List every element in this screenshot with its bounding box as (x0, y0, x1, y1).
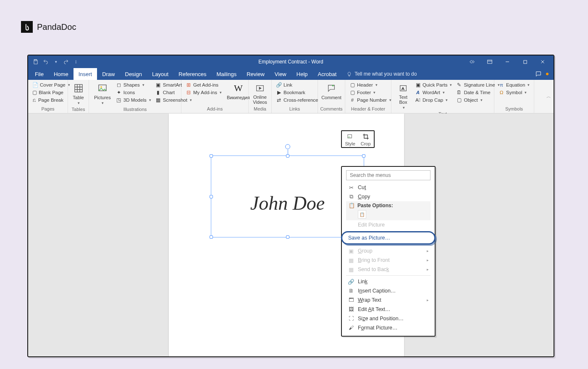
resize-handle[interactable] (286, 154, 289, 158)
ctx-size-position[interactable]: ⛶ Size and Position… (344, 314, 432, 323)
tab-design[interactable]: Design (120, 68, 147, 80)
footer-button[interactable]: ▢Footer▾ (349, 89, 392, 96)
resize-handle[interactable] (286, 235, 289, 239)
wikipedia-button[interactable]: W Википедия (225, 82, 252, 101)
symbol-button[interactable]: ΩSymbol▾ (498, 89, 530, 96)
tell-me-search[interactable]: Tell me what you want to do (346, 68, 417, 80)
menu-search-input[interactable]: Search the menus (346, 170, 430, 180)
get-addins-button[interactable]: ⊞Get Add-ins (185, 82, 223, 88)
cross-reference-button[interactable]: ⇄Cross-reference (275, 97, 319, 103)
comment-button[interactable]: Comment (320, 82, 343, 101)
clipboard-icon: 📋 (349, 203, 355, 208)
header-button[interactable]: ▢Header▾ (349, 82, 392, 88)
rotate-handle-icon[interactable] (285, 144, 290, 149)
object-button[interactable]: ▢Object▾ (455, 97, 500, 103)
page-number-button[interactable]: #Page Number▾ (349, 97, 392, 103)
drop-cap-button[interactable]: АͤDrop Cap▾ (414, 97, 453, 103)
ctx-copy[interactable]: ⧉ Copy (344, 192, 432, 201)
tab-review[interactable]: Review (242, 68, 270, 80)
ctx-cut[interactable]: ✂ Cut (344, 183, 432, 192)
shapes-icon: ◻ (116, 82, 122, 88)
pandadoc-logo-icon (21, 21, 33, 33)
svg-rect-0 (488, 60, 492, 63)
ctx-link[interactable]: 🔗 Link (344, 277, 432, 286)
signature-line-button[interactable]: ✎Signature Line▾ (455, 82, 500, 88)
group-links: 🔗Link ▶Bookmark ⇄Cross-reference Links (272, 80, 318, 113)
group-media: Online Videos Media (249, 80, 272, 113)
tab-home[interactable]: Home (49, 68, 74, 80)
style-button[interactable]: Style (345, 133, 355, 146)
tab-view[interactable]: View (270, 68, 291, 80)
mini-toolbar: Style Crop (341, 130, 375, 148)
online-videos-button[interactable]: Online Videos (251, 82, 268, 105)
comments-icon[interactable] (535, 71, 542, 77)
page-number-icon: # (349, 97, 355, 103)
table-button[interactable]: Table▾ (70, 82, 87, 106)
group-label-symbols: Symbols (494, 105, 534, 113)
qat-customize-icon[interactable]: ⁞ (73, 58, 79, 65)
undo-dropdown-icon[interactable]: ▾ (52, 58, 59, 65)
pictures-button[interactable]: Pictures▾ (92, 82, 113, 106)
blank-page-button[interactable]: ▢Blank Page (32, 89, 64, 96)
simplified-ribbon-icon[interactable] (464, 55, 480, 68)
tab-layout[interactable]: Layout (147, 68, 173, 80)
svg-rect-2 (75, 84, 82, 92)
tab-acrobat[interactable]: Acrobat (313, 68, 342, 80)
ribbon-display-icon[interactable] (481, 55, 498, 68)
resize-handle[interactable] (362, 154, 365, 158)
my-addins-button[interactable]: ⊟My Add-ins▾ (185, 89, 223, 96)
ctx-save-as-picture[interactable]: Save as Picture… (341, 231, 436, 245)
text-box-button[interactable]: A Text Box▾ (395, 82, 412, 111)
header-icon: ▢ (349, 82, 355, 88)
close-button[interactable] (534, 55, 551, 68)
group-label-addins: Add-ins (181, 105, 248, 113)
3d-models-icon: ◳ (116, 97, 122, 103)
copy-icon: ⧉ (348, 193, 354, 200)
quickparts-icon: ▣ (415, 82, 421, 88)
svg-rect-1 (523, 60, 526, 63)
ctx-wrap-text[interactable]: 🗔 Wrap Text ▸ (344, 295, 432, 305)
tab-mailings[interactable]: Mailings (212, 68, 242, 80)
paste-keep-text-button[interactable]: 📋 (358, 210, 366, 219)
date-time-button[interactable]: 🗓Date & Time (455, 89, 500, 96)
link-button[interactable]: 🔗Link (275, 82, 319, 88)
notification-dot-icon[interactable] (546, 73, 549, 75)
ctx-insert-caption[interactable]: 🗎 Insert Caption… (344, 286, 432, 295)
ctx-edit-alt-text[interactable]: 🖼 Edit Alt Text… (344, 305, 432, 314)
3d-models-button[interactable]: ◳3D Models▾ (115, 97, 152, 103)
equation-button[interactable]: πEquation▾ (498, 82, 530, 88)
link-icon: 🔗 (348, 278, 354, 285)
resize-handle[interactable] (210, 154, 213, 158)
paste-text-icon: 📋 (360, 212, 365, 217)
quick-parts-button[interactable]: ▣Quick Parts▾ (414, 82, 453, 88)
collapse-ribbon-icon[interactable]: ︿ (543, 80, 554, 113)
tab-help[interactable]: Help (291, 68, 313, 80)
footer-icon: ▢ (349, 90, 355, 95)
page-break-button[interactable]: ⎌Page Break (32, 97, 64, 103)
maximize-button[interactable] (517, 55, 533, 68)
resize-handle[interactable] (210, 235, 213, 239)
bookmark-button[interactable]: ▶Bookmark (275, 89, 319, 96)
tab-references[interactable]: References (173, 68, 211, 80)
ctx-format-picture[interactable]: 🖌 Format Picture… (344, 323, 432, 332)
calendar-icon: 🗓 (456, 90, 462, 95)
tab-insert[interactable]: Insert (74, 68, 97, 80)
wordart-button[interactable]: AWordArt▾ (414, 89, 453, 96)
group-symbols: πEquation▾ ΩSymbol▾ Symbols (494, 80, 534, 113)
crop-button[interactable]: Crop (361, 133, 371, 146)
save-icon[interactable] (32, 58, 39, 65)
shapes-button[interactable]: ◻Shapes▾ (115, 82, 152, 88)
ribbon-tabs: File Home Insert Draw Design Layout Refe… (28, 68, 554, 80)
redo-icon[interactable] (63, 58, 69, 65)
minimize-button[interactable] (499, 55, 516, 68)
cover-page-button[interactable]: 📄Cover Page▾ (32, 82, 64, 88)
scissors-icon: ✂ (348, 184, 354, 191)
textbox-icon: A (396, 82, 410, 94)
tab-file[interactable]: File (30, 68, 49, 80)
tab-draw[interactable]: Draw (97, 68, 120, 80)
ctx-edit-picture: Edit Picture (344, 220, 432, 229)
undo-icon[interactable] (42, 58, 49, 65)
group-pages: 📄Cover Page▾ ▢Blank Page ⎌Page Break Pag… (28, 80, 68, 113)
alt-text-icon: 🖼 (348, 306, 354, 313)
icons-button[interactable]: ✦Icons (115, 89, 152, 96)
